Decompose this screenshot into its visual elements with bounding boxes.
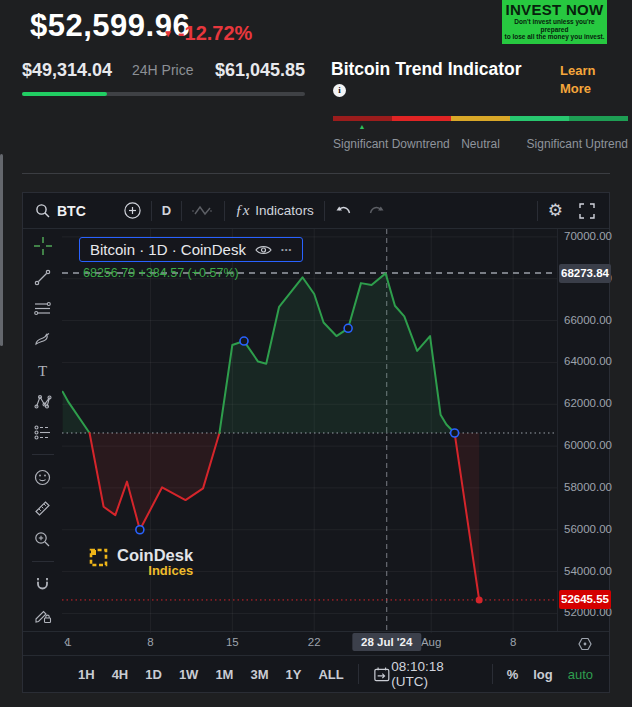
- trend-line-tool-button[interactable]: [32, 268, 54, 286]
- signal-marker: [136, 526, 144, 534]
- chart-footer: 1H4H1D1W1M3M1YALL 08:10:18 (UTC) % log a…: [23, 655, 609, 692]
- magnet-tool-button[interactable]: [32, 575, 54, 593]
- footer-divider: [358, 664, 359, 684]
- fullscreen-icon: [579, 203, 595, 219]
- trend-gradient-bar: [333, 116, 628, 121]
- interval-button[interactable]: D: [162, 203, 171, 218]
- ruler-icon: [34, 500, 51, 517]
- trend-label-neutral: Neutral: [461, 137, 500, 151]
- drawing-tools-sidebar: T: [23, 229, 62, 631]
- xabcd-pattern-tool-button[interactable]: [32, 392, 54, 410]
- range-selector: 1H4H1D1W1M3M1YALL: [78, 667, 344, 682]
- invest-now-banner[interactable]: INVEST NOW Don't invest unless you're pr…: [502, 0, 607, 44]
- indicators-label: Indicators: [255, 203, 314, 218]
- time-axis-label: 8: [510, 636, 516, 648]
- 24h-range-bar: [22, 92, 305, 96]
- redo-button[interactable]: [367, 204, 385, 218]
- price-axis-label: 60000.00: [564, 439, 612, 451]
- clock-utc[interactable]: 08:10:18 (UTC): [391, 659, 477, 689]
- invest-now-title: INVEST NOW: [504, 1, 605, 18]
- measure-tool-button[interactable]: [32, 499, 54, 517]
- watermark-coindesk: CoinDesk: [117, 547, 193, 564]
- range-button-1h[interactable]: 1H: [78, 667, 95, 682]
- chart-plot-area[interactable]: Bitcoin · 1D · CoinDesk ••• 68256.79 +38…: [62, 229, 557, 631]
- 24h-low-price: $49,314.04: [22, 60, 112, 81]
- coindesk-logo-icon: [88, 547, 110, 569]
- watermark-indices: Indices: [148, 564, 193, 578]
- position-tool-button[interactable]: [32, 423, 54, 441]
- auto-scale-button[interactable]: auto: [568, 667, 593, 682]
- info-icon[interactable]: i: [333, 84, 346, 97]
- last-price-dot: [476, 596, 483, 603]
- toolbar-divider: [324, 201, 325, 221]
- signal-marker: [344, 324, 352, 332]
- price-axis[interactable]: 70000.0068000.0066000.0064000.0062000.00…: [557, 229, 609, 631]
- go-to-date-icon[interactable]: [373, 666, 392, 683]
- undo-icon: [335, 204, 353, 218]
- price-axis-label: 62000.00: [564, 397, 612, 409]
- crosshair-tool-button[interactable]: [32, 237, 54, 255]
- fullscreen-button[interactable]: [579, 203, 595, 219]
- text-icon: T: [34, 362, 51, 379]
- range-button-1m[interactable]: 1M: [215, 667, 233, 682]
- log-scale-button[interactable]: log: [533, 667, 553, 682]
- price-axis-label: 64000.00: [564, 355, 612, 367]
- down-triangle-icon: ▼: [163, 28, 173, 39]
- trend-segment-3: [510, 116, 569, 121]
- more-options-icon[interactable]: •••: [281, 245, 292, 254]
- compare-add-button[interactable]: [124, 202, 141, 219]
- zoom-in-tool-button[interactable]: [32, 530, 54, 548]
- fib-retracement-tool-button[interactable]: [32, 299, 54, 317]
- gear-icon: ⚙: [548, 200, 563, 221]
- crosshair-date-label: 28 Jul '24: [352, 633, 421, 651]
- signal-marker: [240, 337, 248, 345]
- trend-marker-icon: ▲: [358, 123, 365, 130]
- range-button-1y[interactable]: 1Y: [286, 667, 302, 682]
- svg-text:T: T: [38, 362, 47, 378]
- undo-button[interactable]: [335, 204, 353, 218]
- axis-settings-icon[interactable]: [577, 636, 593, 652]
- search-icon: [35, 203, 51, 219]
- lock-drawings-tool-button[interactable]: [32, 606, 54, 624]
- time-axis-label: Aug: [421, 636, 441, 648]
- price-axis-label: 54000.00: [564, 565, 612, 577]
- range-button-all[interactable]: ALL: [318, 667, 343, 682]
- price-axis-label: 58000.00: [564, 481, 612, 493]
- line-style-icon: [192, 204, 214, 218]
- xabcd-pattern-icon: [34, 393, 52, 410]
- indicators-button[interactable]: ƒx Indicators: [235, 202, 314, 219]
- legend-title: Bitcoin · 1D · CoinDesk: [90, 241, 246, 258]
- range-button-4h[interactable]: 4H: [112, 667, 129, 682]
- range-button-1w[interactable]: 1W: [179, 667, 199, 682]
- trend-segment-2: [451, 116, 510, 121]
- tools-divider: [32, 561, 54, 562]
- symbol-search-button[interactable]: BTC: [35, 203, 86, 219]
- symbol-legend[interactable]: Bitcoin · 1D · CoinDesk •••: [79, 237, 303, 262]
- long-position-icon: [34, 424, 51, 441]
- 24h-high-price: $61,045.85: [215, 60, 305, 81]
- crosshair-price-label: 68273.84: [559, 264, 611, 283]
- 24h-price-label: 24H Price: [132, 62, 193, 78]
- brush-tool-button[interactable]: [32, 330, 54, 348]
- area-up: [219, 273, 454, 433]
- chart-settings-button[interactable]: ⚙: [548, 200, 563, 221]
- learn-more-link[interactable]: Learn More: [560, 62, 595, 98]
- chart-style-button[interactable]: [192, 204, 214, 218]
- 24h-range-fill: [22, 92, 107, 96]
- toolbar-divider: [537, 201, 538, 221]
- text-tool-button[interactable]: T: [32, 361, 54, 379]
- invest-warning-line2: to lose all the money you invest.: [504, 33, 605, 41]
- ohlc-readout: 68256.79 +384.57 (+0.57%): [83, 266, 239, 280]
- range-button-1d[interactable]: 1D: [145, 667, 162, 682]
- last-price-label: 52645.55: [559, 590, 611, 609]
- plus-circle-icon: [124, 202, 141, 219]
- time-axis[interactable]: ‹ 181522Aug828 Jul '24: [23, 631, 609, 655]
- area-down: [90, 433, 220, 530]
- trading-chart-panel: BTC D ƒx Indicators ⚙: [22, 192, 610, 693]
- price-header: $52,599.96 ▼ -12.72% INVEST NOW Don't in…: [0, 0, 632, 192]
- trend-label-uptrend: Significant Uptrend: [527, 137, 628, 151]
- eye-icon[interactable]: [255, 244, 272, 256]
- emoji-tool-button[interactable]: [32, 468, 54, 486]
- percent-scale-button[interactable]: %: [507, 667, 519, 682]
- range-button-3m[interactable]: 3M: [250, 667, 268, 682]
